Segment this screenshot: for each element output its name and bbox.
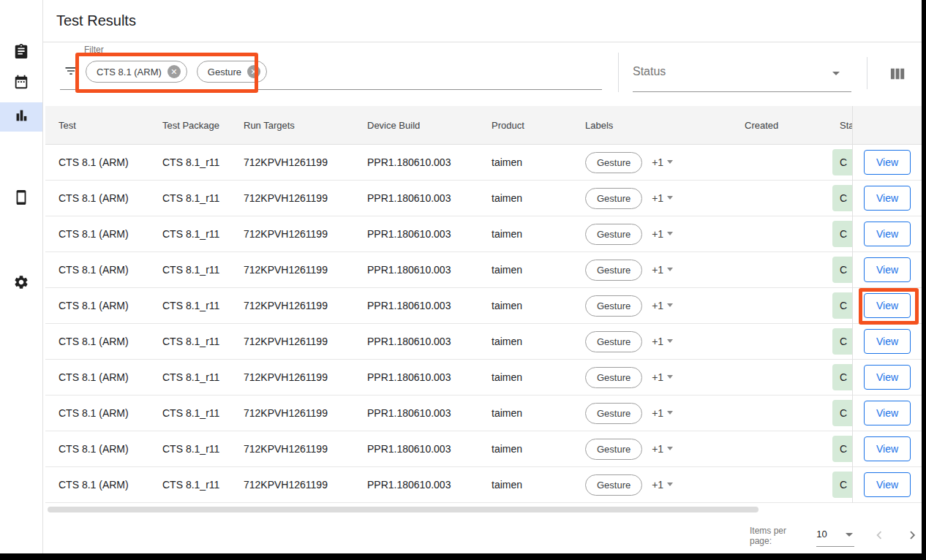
view-button[interactable]: View <box>864 257 911 282</box>
label-chip[interactable]: Gesture <box>585 295 642 317</box>
cell-test: CTS 8.1 (ARM) <box>59 479 129 491</box>
cell-test-package: CTS 8.1_r11 <box>162 479 219 491</box>
screen-edge-bottom <box>0 553 926 560</box>
more-labels-expander[interactable]: +1 <box>652 228 673 240</box>
cell-product: taimen <box>492 407 522 419</box>
view-button[interactable]: View <box>864 329 911 354</box>
view-button[interactable]: View <box>864 186 911 211</box>
view-button[interactable]: View <box>864 401 911 425</box>
sidebar-item-devices[interactable] <box>0 184 42 213</box>
view-button[interactable]: View <box>864 472 911 497</box>
label-chip[interactable]: Gesture <box>585 474 642 496</box>
cell-test-package: CTS 8.1_r11 <box>162 407 219 419</box>
cell-run-targets: 712KPVH1261199 <box>244 264 328 276</box>
cell-product: taimen <box>492 264 522 276</box>
cell-device-build: PPR1.180610.003 <box>367 336 451 347</box>
cell-product: taimen <box>492 156 522 168</box>
table-row: CTS 8.1 (ARM) CTS 8.1_r11 712KPVH1261199… <box>45 360 852 396</box>
view-button[interactable]: View <box>864 293 911 318</box>
label-chip[interactable]: Gesture <box>585 367 642 388</box>
cell-test: CTS 8.1 (ARM) <box>59 300 129 311</box>
sidebar-item-test-results[interactable] <box>0 102 42 132</box>
status-dropdown[interactable]: Status <box>633 61 851 86</box>
filter-toolbar: Filter CTS 8.1 (ARM) Gesture Status <box>43 42 922 106</box>
more-labels-expander[interactable]: +1 <box>652 192 673 204</box>
clipboard-icon <box>13 43 29 62</box>
cell-device-build: PPR1.180610.003 <box>367 156 451 168</box>
view-cell: View <box>853 216 922 252</box>
label-chip[interactable]: Gesture <box>585 260 642 281</box>
filter-chip[interactable]: CTS 8.1 (ARM) <box>86 61 187 83</box>
status-badge: C <box>832 221 852 247</box>
view-button[interactable]: View <box>864 222 911 246</box>
cell-device-build: PPR1.180610.003 <box>367 443 451 455</box>
filter-input-underline[interactable] <box>60 89 602 90</box>
label-chip[interactable]: Gesture <box>585 403 642 424</box>
cell-test-package: CTS 8.1_r11 <box>162 228 219 240</box>
cell-product: taimen <box>492 336 522 347</box>
view-cell: View <box>853 396 922 431</box>
column-header-test: Test <box>45 106 162 145</box>
chevron-right-icon <box>905 527 921 545</box>
cell-test: CTS 8.1 (ARM) <box>59 443 129 455</box>
status-badge: C <box>832 400 852 426</box>
view-columns-button[interactable] <box>884 64 911 86</box>
label-chip[interactable]: Gesture <box>585 439 642 460</box>
column-header-product: Product <box>492 106 585 145</box>
table-header-row: Test Test Package Run Targets Device Bui… <box>45 106 852 145</box>
more-labels-expander[interactable]: +1 <box>652 407 673 419</box>
label-chip[interactable]: Gesture <box>585 188 642 209</box>
chevron-down-icon <box>667 196 673 200</box>
column-header-device-build: Device Build <box>367 106 492 145</box>
close-icon[interactable] <box>167 65 181 78</box>
chevron-left-icon <box>871 527 887 545</box>
chevron-down-icon <box>667 339 673 343</box>
view-button[interactable]: View <box>864 365 911 390</box>
cell-test-package: CTS 8.1_r11 <box>162 192 219 204</box>
filter-field-label: Filter <box>84 45 104 55</box>
label-chip[interactable]: Gesture <box>585 331 642 352</box>
toolbar-divider <box>618 53 619 92</box>
gear-icon <box>13 274 29 293</box>
more-labels-expander[interactable]: +1 <box>652 264 673 276</box>
results-table-scroll-area: Test Test Package Run Targets Device Bui… <box>45 106 852 503</box>
sidebar-item-tests[interactable] <box>0 38 42 67</box>
view-button[interactable]: View <box>864 150 911 175</box>
sidebar-item-settings[interactable] <box>0 269 42 298</box>
sidebar <box>0 0 43 553</box>
cell-test-package: CTS 8.1_r11 <box>162 264 219 276</box>
cell-product: taimen <box>492 192 522 204</box>
more-labels-expander[interactable]: +1 <box>652 156 673 168</box>
page-size-select[interactable]: 10 <box>816 525 854 547</box>
filter-chip[interactable]: Gesture <box>197 61 267 83</box>
more-labels-expander[interactable]: +1 <box>652 336 673 347</box>
status-badge: C <box>832 149 852 175</box>
screen-edge-right <box>922 0 926 560</box>
close-icon[interactable] <box>247 65 260 78</box>
next-page-button[interactable] <box>904 527 922 545</box>
cell-test: CTS 8.1 (ARM) <box>59 156 129 168</box>
label-chip[interactable]: Gesture <box>585 224 642 245</box>
more-labels-expander[interactable]: +1 <box>652 371 673 383</box>
more-labels-expander[interactable]: +1 <box>652 443 673 455</box>
more-labels-expander[interactable]: +1 <box>652 479 673 491</box>
cell-device-build: PPR1.180610.003 <box>367 407 451 419</box>
filter-list-icon[interactable] <box>64 64 78 81</box>
cell-test: CTS 8.1 (ARM) <box>59 192 129 204</box>
cell-test: CTS 8.1 (ARM) <box>59 336 129 347</box>
cell-run-targets: 712KPVH1261199 <box>244 407 328 419</box>
table-row: CTS 8.1 (ARM) CTS 8.1_r11 712KPVH1261199… <box>45 145 852 181</box>
previous-page-button[interactable] <box>870 527 888 545</box>
horizontal-scrollbar[interactable] <box>48 507 759 512</box>
column-header-created: Created <box>745 106 832 145</box>
paginator: Items per page: 10 <box>750 521 922 550</box>
view-button[interactable]: View <box>864 436 911 461</box>
cell-test-package: CTS 8.1_r11 <box>162 336 219 347</box>
table-row: CTS 8.1 (ARM) CTS 8.1_r11 712KPVH1261199… <box>45 396 852 431</box>
label-chip[interactable]: Gesture <box>585 152 642 173</box>
more-labels-expander[interactable]: +1 <box>652 300 673 311</box>
sidebar-item-plans[interactable] <box>0 69 42 98</box>
cell-test-package: CTS 8.1_r11 <box>162 371 219 383</box>
status-badge: C <box>832 257 852 283</box>
cell-device-build: PPR1.180610.003 <box>367 371 451 383</box>
